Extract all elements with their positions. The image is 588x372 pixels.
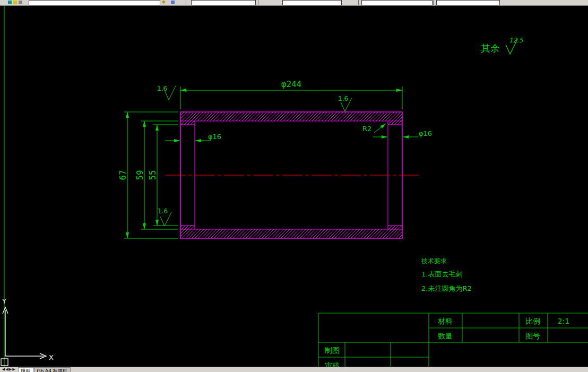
dim-height-inner: 55: [148, 170, 158, 180]
layer-lock-icon[interactable]: [13, 1, 17, 4]
toolbar-separator: [258, 0, 258, 5]
ucs-x-label: X: [49, 353, 54, 361]
bottom-tab-bar: ◀◀▶▶ 模型 Gb A4 标题栏: [0, 367, 588, 372]
dim-dia-left: φ16: [208, 133, 221, 141]
tech-req-title: 技术要求: [421, 257, 447, 265]
tech-req-item: 2.未注圆角为R2: [421, 284, 472, 292]
title-block-drawing-no: 图号: [525, 332, 540, 340]
dim-dia-right: φ16: [419, 129, 432, 137]
toolbar-separator: [433, 0, 434, 5]
tab-layout[interactable]: Gb A4 标题栏: [34, 367, 71, 372]
layer-dropdown[interactable]: [29, 0, 160, 5]
drawing-canvas: φ244 1.6 1.6 1.6 φ16 φ16 R2 67 59 55 其余 …: [0, 0, 588, 372]
dim-dia-outer: φ244: [281, 80, 302, 89]
toolbar-separator: [186, 0, 186, 5]
dim-height-mid: 59: [135, 170, 145, 180]
surface-note-label: 其余: [481, 42, 500, 54]
surface-note-value: 12.5: [509, 37, 524, 44]
title-block-scale-value: 2:1: [558, 317, 570, 325]
tech-req-item: 1.表面去毛刺: [421, 270, 462, 278]
plotstyle-dropdown[interactable]: [436, 0, 500, 5]
dim-fillet: R2: [362, 125, 371, 133]
tab-model[interactable]: 模型: [18, 367, 34, 372]
layer-freeze-icon[interactable]: [19, 1, 22, 4]
diamond-icon[interactable]: ◆: [162, 0, 166, 4]
roughness-value: 1.6: [338, 95, 348, 102]
dim-height-outer: 67: [118, 170, 128, 180]
title-block-quantity: 数量: [438, 332, 453, 340]
ucs-icon: [1, 307, 46, 366]
layer-color-icon[interactable]: [8, 1, 12, 4]
lineweight-dropdown[interactable]: [361, 0, 433, 5]
title-block: [318, 313, 588, 372]
roughness-value: 1.6: [157, 85, 167, 92]
ucs-y-label: Y: [2, 297, 6, 305]
tab-nav-arrows-icon[interactable]: ◀◀▶▶: [0, 367, 18, 371]
linetype-dropdown[interactable]: [282, 0, 342, 5]
toolbar-separator: [358, 0, 359, 5]
title-block-drafter: 制图: [324, 346, 340, 354]
autocad-window: ◆: [0, 0, 588, 372]
top-toolbar: ◆: [0, 0, 588, 6]
dimensions: [124, 39, 517, 238]
roughness-value: 1.6: [158, 207, 168, 215]
title-block-material: 材料: [438, 317, 453, 325]
title-block-scale: 比例: [525, 317, 540, 325]
properties-icon[interactable]: [171, 1, 175, 4]
color-dropdown[interactable]: [191, 0, 256, 5]
